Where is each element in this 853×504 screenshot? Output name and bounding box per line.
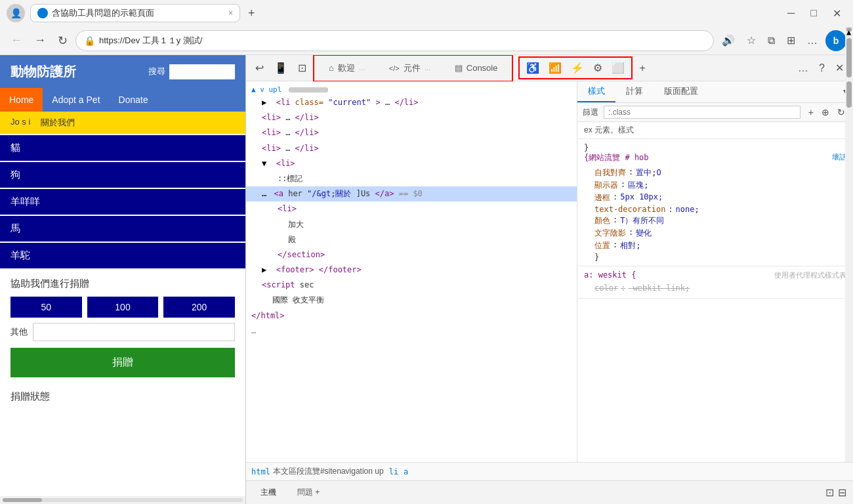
tab-welcome[interactable]: ⌂ 歡迎 … bbox=[317, 57, 377, 79]
devtools-help-button[interactable]: ? bbox=[815, 60, 829, 77]
more-button[interactable]: … bbox=[803, 32, 822, 49]
breadcrumb-text: 本文區段流覽#sitenavigation up bbox=[273, 466, 384, 477]
performance-tool-button[interactable]: ⚡ bbox=[567, 59, 588, 77]
search-input[interactable] bbox=[169, 64, 235, 79]
right-tools-group: ♿ 📶 ⚡ ⚙ ⬜ bbox=[518, 56, 633, 79]
tab-layout[interactable]: 版面配置 bbox=[654, 81, 709, 102]
animal-item-horse[interactable]: 馬 bbox=[0, 216, 245, 242]
style-prop-border: 邊框 : 5px 10px; bbox=[584, 192, 846, 203]
donate-status-title: 捐贈狀態 bbox=[0, 385, 245, 408]
accessibility-tool-button[interactable]: ♿ bbox=[522, 59, 543, 77]
styles-section-1: } {網站流覽 # hob 壞話 自我對齊 : 置中;O 顯示器 bbox=[577, 139, 853, 266]
new-tab-button[interactable]: + bbox=[248, 7, 255, 20]
add-style-rule-button[interactable]: + bbox=[806, 106, 816, 119]
dom-li-current[interactable]: ▶ <li class= "current" > … </li> bbox=[246, 95, 577, 110]
more-tools-button[interactable]: + bbox=[635, 60, 649, 77]
dom-marker[interactable]: ::標記 bbox=[246, 171, 577, 186]
donate-other-label: 其他 bbox=[10, 326, 28, 338]
dom-footer[interactable]: ▶ <footer> </footer> bbox=[246, 262, 577, 278]
dom-text-jada[interactable]: 加大 bbox=[246, 217, 577, 232]
dom-text-dian[interactable]: 殿 bbox=[246, 232, 577, 247]
donate-50-button[interactable]: 50 bbox=[10, 297, 82, 318]
filter-actions: + ⊕ ↻ bbox=[806, 106, 848, 119]
address-bar[interactable]: 🔒 https://Dev 工具１１y 測試/ bbox=[75, 30, 714, 51]
device-emulation-button[interactable]: 📱 bbox=[270, 59, 291, 77]
bottom-tab-issues[interactable]: 問題 + bbox=[289, 484, 327, 501]
dom-script[interactable]: <script sec bbox=[246, 278, 577, 293]
dom-li-4[interactable]: <li> … </li> bbox=[246, 141, 577, 156]
tab-elements[interactable]: </> 元件 … bbox=[377, 57, 443, 79]
donate-200-button[interactable]: 200 bbox=[163, 297, 235, 318]
donate-submit-button[interactable]: 捐贈 bbox=[10, 348, 235, 377]
toggle-class-button[interactable]: ⊕ bbox=[819, 106, 832, 119]
dom-li-inner[interactable]: <li> bbox=[246, 201, 577, 217]
dom-intl-text[interactable]: 國際 收支平衡 bbox=[246, 293, 577, 308]
sub-nav-item-about[interactable]: 關於我們 bbox=[41, 117, 75, 129]
devtools-more-button[interactable]: … bbox=[794, 60, 812, 77]
dom-li-2[interactable]: <li> … </li> bbox=[246, 110, 577, 125]
animal-item-cat[interactable]: 貓 bbox=[0, 135, 245, 161]
site-nav-menu: Home Adopt a Pet Donate bbox=[0, 88, 245, 112]
console-icon: ▤ bbox=[455, 63, 463, 73]
site-header: 動物防護所 搜尋 bbox=[0, 55, 245, 88]
horizontal-scrollbar[interactable] bbox=[0, 496, 245, 504]
dom-panel: ▲ v upl ▶ <li class= "current" > … </li> bbox=[246, 81, 577, 462]
tab-computed[interactable]: 計算 bbox=[615, 81, 654, 102]
animal-item-dog[interactable]: 狗 bbox=[0, 162, 245, 188]
devtools-bottom-bar: 主機 問題 + ⊡ ⊟ bbox=[246, 480, 853, 504]
tab-close-button[interactable]: × bbox=[228, 9, 233, 18]
nav-adopt[interactable]: Adopt a Pet bbox=[43, 88, 109, 112]
split-screen-button[interactable]: ⧉ bbox=[764, 32, 779, 49]
browser-tool-button[interactable]: ⬜ bbox=[608, 59, 629, 77]
tab-styles[interactable]: 樣式 bbox=[577, 81, 615, 102]
maximize-button[interactable]: □ bbox=[805, 5, 822, 22]
nav-donate[interactable]: Donate bbox=[110, 88, 157, 112]
dom-html-close[interactable]: </html> bbox=[246, 308, 577, 324]
bing-button[interactable]: b bbox=[825, 30, 846, 51]
back-button[interactable]: ← bbox=[7, 31, 26, 50]
favorites-button[interactable]: ☆ bbox=[743, 32, 760, 49]
inspect-element-button[interactable]: ↩ bbox=[251, 59, 268, 77]
donate-section: 協助我們進行捐贈 50 100 200 其他 捐贈 bbox=[0, 270, 245, 385]
animal-list: 貓 狗 羊咩咩 馬 羊駝 bbox=[0, 134, 245, 270]
bottom-tab-host[interactable]: 主機 bbox=[253, 484, 284, 501]
sub-nav-item-jos[interactable]: Jo s i bbox=[10, 117, 30, 129]
user-agent-source[interactable]: 使用者代理程式樣式表 bbox=[774, 270, 846, 282]
donate-other-input[interactable] bbox=[33, 323, 235, 341]
read-aloud-button[interactable]: 🔊 bbox=[718, 32, 739, 49]
minimize-button[interactable]: ─ bbox=[782, 5, 800, 22]
site-title: 動物防護所 bbox=[10, 63, 76, 80]
donate-100-button[interactable]: 100 bbox=[87, 297, 159, 318]
dom-li-expand[interactable]: ▼ <li> bbox=[246, 156, 577, 171]
dom-anchor-selected[interactable]: … <a her "/&gt;關於 ]Us </a> == $0 bbox=[246, 186, 577, 201]
donate-amounts: 50 100 200 bbox=[10, 297, 235, 318]
dom-scroll-up[interactable]: ▲ v upl bbox=[251, 85, 281, 94]
lock-icon: 🔒 bbox=[84, 35, 95, 46]
bottom-actions: ⊡ ⊟ bbox=[825, 486, 846, 499]
animal-item-sheep[interactable]: 羊咩咩 bbox=[0, 189, 245, 215]
animal-item-alpaca[interactable]: 羊駝 bbox=[0, 243, 245, 268]
breadcrumb-a[interactable]: a bbox=[404, 467, 408, 476]
breadcrumb-li[interactable]: li bbox=[389, 467, 398, 476]
dom-section-close[interactable]: </section> bbox=[246, 247, 577, 262]
dom-top-indicator: ▲ v upl bbox=[246, 84, 577, 95]
browser-window: 👤 含協助工具問題的示範頁面 × + ─ □ ✕ ← → ↻ 🔒 https:/… bbox=[0, 0, 853, 504]
settings-tool-button[interactable]: ⚙ bbox=[589, 59, 606, 77]
content-area: 動物防護所 搜尋 Home Adopt a Pet Donate Jo s i … bbox=[0, 55, 853, 504]
refresh-button[interactable]: ↻ bbox=[54, 31, 72, 51]
styles-filter-input[interactable] bbox=[604, 106, 801, 119]
tab-console[interactable]: ▤ Console bbox=[443, 58, 510, 78]
forward-button[interactable]: → bbox=[30, 31, 50, 50]
style-prop-webkit-color: color : -webkit-link; bbox=[584, 284, 846, 293]
collections-button[interactable]: ⊞ bbox=[783, 32, 799, 49]
bottom-close-button[interactable]: ⊟ bbox=[838, 486, 846, 499]
close-window-button[interactable]: ✕ bbox=[827, 5, 846, 22]
dom-li-3[interactable]: <li> … </li> bbox=[246, 125, 577, 140]
bottom-expand-button[interactable]: ⊡ bbox=[825, 486, 834, 499]
network-tool-button[interactable]: 📶 bbox=[545, 59, 566, 77]
toggle-panel-button[interactable]: ⊡ bbox=[294, 59, 310, 77]
edge-browser-icon bbox=[37, 8, 48, 18]
nav-home[interactable]: Home bbox=[0, 88, 43, 112]
breadcrumb-html[interactable]: html bbox=[251, 467, 270, 476]
styles-scrollbar[interactable] bbox=[845, 81, 853, 462]
